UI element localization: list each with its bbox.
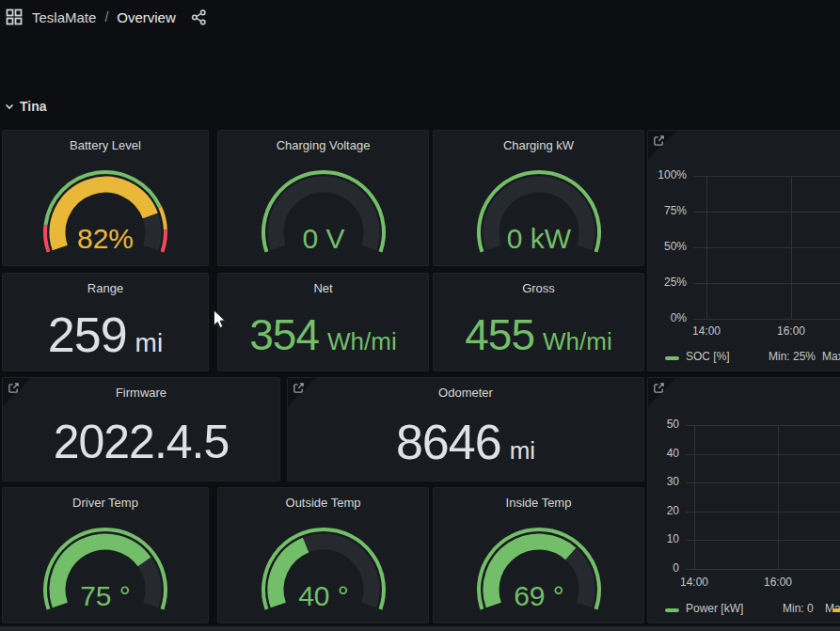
stat-value: 455 [465, 313, 534, 356]
stat-unit: mi [135, 330, 164, 356]
legend-series-label[interactable]: SOC [%] [686, 350, 730, 363]
panel-charging-voltage: Charging Voltage 0 V [217, 130, 429, 266]
stat-unit: Wh/mi [327, 329, 397, 354]
gridline [686, 569, 840, 570]
gridline [686, 512, 840, 513]
gridline [686, 425, 840, 426]
legend-series-dash[interactable] [832, 608, 840, 612]
panel-soc-chart: 100%75%50%25%0%14:0016:00 SOC [%] Min: 2… [647, 130, 840, 371]
panel-title[interactable]: Odometer [288, 378, 643, 402]
external-link-icon [8, 382, 20, 394]
y-axis-tick-label: 20 [648, 504, 679, 517]
gridline [693, 283, 840, 284]
panel-title[interactable]: Net [218, 274, 428, 298]
y-axis-tick-label: 30 [648, 475, 679, 488]
gauge-value: 0 kW [506, 223, 571, 254]
legend-series-max: Max: 83% [822, 350, 840, 363]
panel-links-corner[interactable] [3, 378, 31, 406]
external-link-icon [293, 382, 305, 394]
row-label: Tina [20, 99, 47, 114]
legend-series-label[interactable]: Power [kW] [686, 602, 743, 615]
gauge: 82% [3, 155, 208, 265]
legend-series-min: Min: 25% [769, 350, 816, 363]
panel-gross: Gross 455 Wh/mi [433, 273, 644, 371]
y-axis-tick-label: 100% [648, 168, 687, 181]
power-chart-plot[interactable]: 5040302010014:0016:00 [648, 378, 840, 623]
stat-value: 354 [249, 313, 319, 356]
gauge-value: 82% [77, 223, 134, 254]
gauge-value: 69 ° [514, 580, 564, 611]
panel-inside-temp: Inside Temp 69 ° [433, 487, 644, 623]
external-link-icon [653, 382, 665, 394]
panel-firmware: Firmware 2022.4.5 [2, 377, 280, 481]
panel-title[interactable]: Outside Temp [218, 488, 428, 513]
gridline [778, 425, 779, 569]
stat-value: 2022.4.5 [54, 418, 230, 465]
panel-title[interactable]: Battery Level [3, 131, 208, 155]
panel-links-corner[interactable] [648, 378, 676, 406]
gauge: 0 V [218, 155, 428, 265]
power-chart-legend: Power [kW] Min: 0 Max: 11 [648, 602, 840, 619]
soc-chart-plot[interactable]: 100%75%50%25%0%14:0016:00 [648, 131, 840, 371]
chevron-down-icon [4, 101, 15, 112]
legend-series-dash[interactable] [665, 608, 679, 612]
gridline [693, 212, 840, 213]
stat-area: 455 Wh/mi [434, 298, 643, 371]
legend-series-min: Min: 0 [783, 602, 814, 615]
panel-title[interactable]: Gross [434, 274, 643, 298]
y-axis-tick-label: 25% [648, 276, 687, 289]
breadcrumb-page[interactable]: Overview [117, 9, 176, 25]
gridline [693, 176, 840, 177]
panel-links-corner[interactable] [648, 131, 676, 159]
gridline [791, 176, 792, 319]
panel-range: Range 259 mi [2, 273, 209, 371]
panel-title[interactable]: Charging Voltage [218, 131, 428, 155]
panel-battery-level: Battery Level 82% [2, 130, 209, 266]
panel-links-corner[interactable] [288, 378, 316, 406]
row-header-tina[interactable]: Tina [4, 99, 47, 114]
gridline [693, 319, 840, 320]
stat-unit: mi [510, 438, 535, 463]
top-navbar: TeslaMate / Overview [0, 0, 840, 34]
apps-grid-icon[interactable] [6, 8, 23, 25]
soc-chart-legend: SOC [%] Min: 25% Max: 83% [648, 350, 840, 367]
y-axis-tick-label: 40 [648, 447, 679, 460]
share-icon[interactable] [191, 9, 207, 25]
panel-title[interactable]: Range [3, 274, 208, 298]
panel-title[interactable]: Inside Temp [434, 488, 643, 513]
panel-odometer: Odometer 8646 mi [287, 377, 644, 481]
panel-title[interactable]: Firmware [3, 378, 279, 402]
next-row-edge [0, 626, 840, 631]
gridline [694, 425, 695, 569]
gauge: 0 kW [434, 155, 643, 265]
panel-charging-kw: Charging kW 0 kW [433, 130, 644, 266]
gridline [686, 482, 840, 483]
gauge: 40 ° [218, 513, 428, 623]
x-axis-tick-label: 14:00 [668, 576, 721, 589]
legend-series-dash[interactable] [665, 356, 679, 360]
gauge: 75 ° [3, 513, 208, 623]
gauge-value: 0 V [302, 223, 344, 254]
stat-area: 354 Wh/mi [218, 298, 428, 371]
y-axis-tick-label: 75% [648, 204, 687, 217]
panel-title[interactable]: Charging kW [434, 131, 643, 155]
stat-area: 8646 mi [288, 402, 643, 481]
stat-area: 2022.4.5 [3, 402, 279, 481]
y-axis-tick-label: 50 [648, 418, 679, 431]
gauge-arc [45, 225, 48, 252]
x-axis-tick-label: 16:00 [752, 576, 804, 589]
panel-driver-temp: Driver Temp 75 ° [2, 487, 209, 623]
stat-value: 8646 [396, 418, 501, 466]
panel-title[interactable]: Driver Temp [3, 488, 208, 513]
y-axis-tick-label: 50% [648, 240, 687, 253]
gridline [693, 247, 840, 248]
external-link-icon [653, 134, 665, 147]
stat-unit: Wh/mi [543, 329, 612, 354]
panel-power-chart: 5040302010014:0016:00 Power [kW] Min: 0 … [647, 377, 840, 623]
gauge: 69 ° [434, 513, 643, 623]
gauge-value: 40 ° [298, 580, 349, 611]
breadcrumb-dashboard[interactable]: TeslaMate [32, 9, 96, 25]
gridline [686, 454, 840, 455]
y-axis-tick-label: 0% [648, 311, 687, 324]
gauge-arc [163, 229, 166, 252]
